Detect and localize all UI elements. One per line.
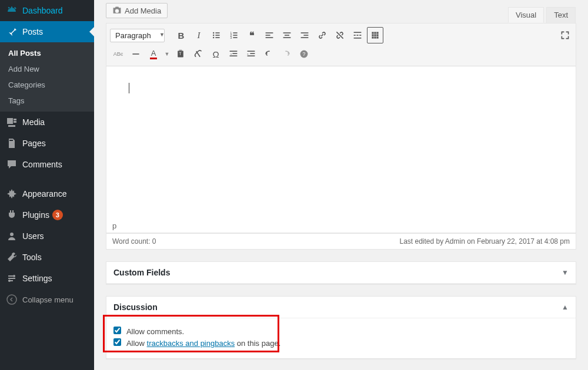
- sidebar-item-dashboard[interactable]: Dashboard: [0, 0, 94, 21]
- text-color-dropdown[interactable]: ▼: [163, 46, 171, 62]
- sidebar-item-label: Media: [22, 117, 45, 127]
- tab-visual[interactable]: Visual: [508, 7, 544, 23]
- svg-point-6: [213, 37, 214, 38]
- sidebar-item-label: Users: [22, 231, 44, 241]
- svg-rect-7: [215, 37, 219, 38]
- allow-comments-row[interactable]: Allow comments.: [113, 327, 569, 336]
- panel-title: Discussion: [113, 302, 158, 312]
- align-center-button[interactable]: [279, 27, 295, 43]
- svg-rect-27: [354, 38, 362, 39]
- trackbacks-link[interactable]: trackbacks and pingbacks: [147, 339, 235, 348]
- fullscreen-button[interactable]: [558, 28, 572, 42]
- sidebar-item-label: Pages: [22, 139, 46, 148]
- sidebar-item-pages[interactable]: Pages: [0, 133, 94, 154]
- sidebar-item-label: Settings: [22, 274, 52, 283]
- sidebar-item-media[interactable]: Media: [0, 112, 94, 133]
- svg-rect-31: [372, 34, 373, 36]
- italic-button[interactable]: I: [191, 27, 207, 43]
- editor-container: Visual Text Paragraph B I 123 ❝: [106, 23, 576, 250]
- editor-textarea[interactable]: [106, 66, 576, 219]
- blockquote-button[interactable]: ❝: [243, 27, 260, 43]
- align-left-button[interactable]: [261, 27, 278, 43]
- sidebar-subitem-tags[interactable]: Tags: [0, 93, 94, 109]
- undo-button[interactable]: [260, 46, 277, 62]
- sidebar-item-label: Tools: [22, 253, 42, 262]
- chevron-up-icon: ▲: [562, 303, 569, 311]
- svg-point-2: [213, 32, 214, 33]
- read-more-button[interactable]: [349, 27, 366, 43]
- svg-rect-37: [132, 53, 139, 55]
- special-char-button[interactable]: Ω: [208, 46, 224, 62]
- svg-rect-17: [283, 32, 291, 33]
- svg-rect-28: [372, 32, 373, 33]
- paste-text-button[interactable]: T: [172, 46, 189, 62]
- outdent-button[interactable]: [225, 46, 242, 62]
- word-count: Word count: 0: [112, 237, 156, 245]
- last-edited: Last edited by Admin on February 22, 201…: [399, 237, 570, 245]
- tools-icon: [6, 251, 18, 263]
- tab-text[interactable]: Text: [546, 7, 576, 23]
- svg-rect-32: [374, 34, 376, 36]
- clear-formatting-button[interactable]: [190, 46, 206, 62]
- svg-rect-29: [374, 32, 376, 33]
- svg-rect-26: [359, 35, 361, 36]
- allow-trackbacks-prefix: Allow: [126, 339, 147, 348]
- sidebar-item-users[interactable]: Users: [0, 226, 94, 247]
- sidebar-item-label: Appearance: [22, 189, 67, 199]
- appearance-icon: [6, 188, 18, 200]
- sidebar-item-comments[interactable]: Comments: [0, 154, 94, 175]
- allow-comments-checkbox[interactable]: [113, 327, 121, 334]
- admin-sidebar: Dashboard Posts All Posts Add New Catego…: [0, 0, 94, 370]
- redo-button[interactable]: [278, 46, 295, 62]
- text-color-button[interactable]: A: [145, 46, 162, 62]
- help-button[interactable]: ?: [296, 46, 312, 62]
- sidebar-item-plugins[interactable]: Plugins 3: [0, 204, 94, 226]
- svg-rect-5: [215, 35, 219, 36]
- unlink-button[interactable]: [332, 27, 348, 43]
- toolbar-toggle-button[interactable]: [367, 27, 383, 43]
- sidebar-item-appearance[interactable]: Appearance: [0, 183, 94, 204]
- allow-trackbacks-suffix: on this page.: [235, 339, 280, 348]
- sidebar-item-label: Dashboard: [22, 6, 63, 15]
- horizontal-rule-button[interactable]: [128, 46, 144, 62]
- pin-icon: [6, 26, 18, 38]
- sidebar-subitem-add-new[interactable]: Add New: [0, 61, 94, 77]
- panel-discussion-header[interactable]: Discussion ▲: [106, 297, 576, 318]
- link-button[interactable]: [314, 27, 330, 43]
- sidebar-item-label: Plugins: [22, 210, 49, 220]
- bold-button[interactable]: B: [173, 27, 189, 43]
- sidebar-item-posts[interactable]: Posts: [0, 21, 94, 42]
- allow-trackbacks-checkbox[interactable]: [113, 338, 121, 346]
- panel-custom-fields-header[interactable]: Custom Fields ▼: [106, 262, 576, 284]
- svg-rect-13: [233, 37, 237, 38]
- plugins-update-badge: 3: [52, 210, 63, 220]
- svg-text:3: 3: [230, 36, 232, 39]
- editor-mode-tabs: Visual Text: [508, 7, 576, 23]
- editor-toolbar: Paragraph B I 123 ❝ ABє A ▼: [106, 23, 576, 66]
- svg-rect-18: [285, 35, 289, 36]
- svg-rect-45: [250, 53, 255, 54]
- strikethrough-button[interactable]: ABє: [110, 46, 126, 62]
- indent-button[interactable]: [243, 46, 259, 62]
- sidebar-subitem-categories[interactable]: Categories: [0, 77, 94, 93]
- svg-rect-35: [374, 36, 376, 38]
- format-select[interactable]: Paragraph: [110, 29, 165, 42]
- align-right-button[interactable]: [296, 27, 313, 43]
- sidebar-subitem-all-posts[interactable]: All Posts: [0, 45, 94, 61]
- media-icon: [6, 116, 18, 128]
- svg-rect-23: [354, 32, 362, 33]
- add-media-button[interactable]: Add Media: [106, 3, 168, 18]
- svg-rect-44: [248, 51, 255, 52]
- sidebar-item-tools[interactable]: Tools: [0, 247, 94, 268]
- svg-rect-41: [230, 51, 238, 52]
- pages-icon: [6, 137, 18, 149]
- media-camera-icon: [112, 6, 122, 15]
- users-icon: [6, 230, 18, 242]
- sidebar-item-settings[interactable]: Settings: [0, 268, 94, 289]
- svg-rect-42: [232, 53, 237, 54]
- collapse-menu-button[interactable]: Collapse menu: [0, 289, 94, 310]
- comments-icon: [6, 159, 18, 170]
- bullet-list-button[interactable]: [208, 27, 225, 43]
- allow-trackbacks-row[interactable]: Allow trackbacks and pingbacks on this p…: [113, 338, 569, 348]
- numbered-list-button[interactable]: 123: [226, 27, 242, 43]
